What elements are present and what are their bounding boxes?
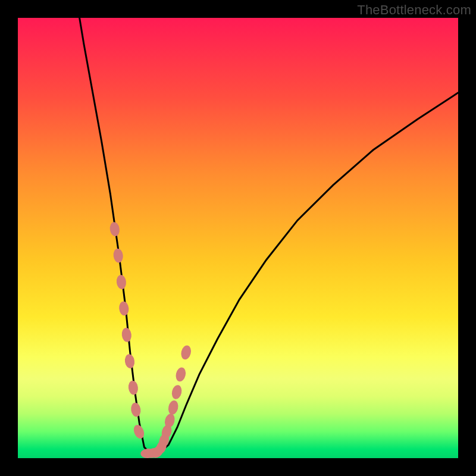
data-marker	[174, 367, 187, 383]
data-marker	[132, 423, 146, 440]
data-marker	[116, 274, 127, 289]
data-marker	[112, 248, 124, 264]
chart-svg	[18, 18, 458, 458]
data-marker	[118, 301, 129, 316]
plot-area	[18, 18, 458, 458]
data-marker	[130, 402, 142, 418]
data-marker	[180, 345, 192, 361]
watermark-label: TheBottleneck.com	[357, 2, 471, 18]
data-marker	[167, 399, 180, 415]
data-marker	[109, 221, 120, 237]
data-marker	[121, 327, 132, 343]
data-marker	[124, 353, 135, 369]
chart-frame: TheBottleneck.com	[0, 0, 476, 476]
data-marker	[171, 384, 183, 400]
data-marker	[128, 380, 139, 396]
